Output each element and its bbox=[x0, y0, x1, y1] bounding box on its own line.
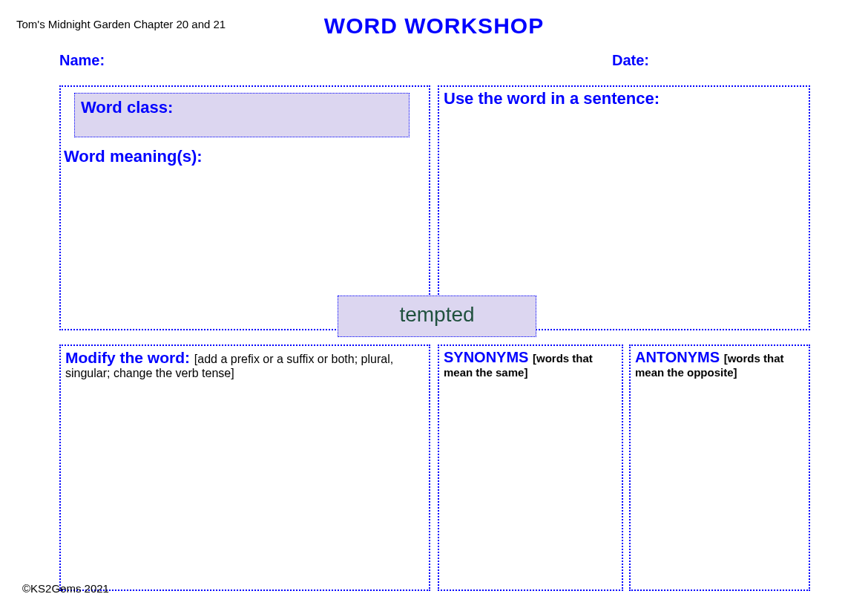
synonyms-container: SYNONYMS [words that mean the same] bbox=[444, 349, 619, 379]
date-label: Date: bbox=[612, 52, 649, 69]
sentence-box bbox=[438, 85, 810, 330]
wordmeaning-label: Word meaning(s): bbox=[64, 147, 203, 166]
antonyms-box bbox=[629, 344, 810, 591]
sentence-label: Use the word in a sentence: bbox=[444, 89, 660, 108]
name-label: Name: bbox=[59, 52, 105, 69]
modify-container: Modify the word: [add a prefix or a suff… bbox=[65, 349, 421, 380]
wordclass-label: Word class: bbox=[81, 98, 173, 117]
antonyms-label: ANTONYMS bbox=[635, 349, 724, 365]
synonyms-label: SYNONYMS bbox=[444, 349, 533, 365]
synonyms-box bbox=[438, 344, 623, 591]
page-title: WORD WORKSHOP bbox=[0, 13, 868, 39]
wordclass-highlight: Word class: bbox=[74, 93, 410, 137]
modify-box bbox=[59, 344, 430, 591]
antonyms-container: ANTONYMS [words that mean the opposite] bbox=[635, 349, 806, 379]
copyright: ©KS2Gems 2021 bbox=[22, 582, 109, 595]
modify-label: Modify the word: bbox=[65, 349, 194, 366]
center-word: tempted bbox=[338, 295, 536, 337]
